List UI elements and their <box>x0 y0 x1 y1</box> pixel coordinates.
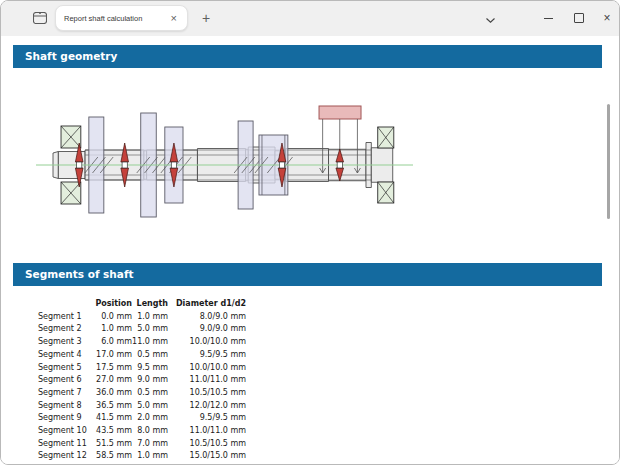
table-cell: 27.0 mm <box>94 374 132 387</box>
table-cell: 11.0/11.0 mm <box>168 374 246 387</box>
table-cell: 17.5 mm <box>94 362 132 375</box>
tab-overview-icon <box>33 10 47 28</box>
column-header-position: Position <box>94 298 132 311</box>
table-cell: 58.5 mm <box>94 450 132 463</box>
tab-overview-button[interactable] <box>29 9 51 28</box>
table-cell: 10.5/10.5 mm <box>168 387 246 400</box>
table-cell: 9.0/9.0 mm <box>168 323 246 336</box>
table-cell: 36.5 mm <box>94 400 132 413</box>
table-cell: Segment 12 <box>38 450 94 463</box>
table-cell: 11.0/11.0 mm <box>168 425 246 438</box>
table-cell: Segment 1 <box>38 311 94 324</box>
table-cell: 0.5 mm <box>132 349 168 362</box>
table-cell: 9.5/9.5 mm <box>168 412 246 425</box>
table-cell: 1.0 mm <box>132 311 168 324</box>
table-cell: 7.0 mm <box>132 438 168 451</box>
titlebar: Report shaft calculation × + × <box>1 1 619 36</box>
table-cell: 9.5/9.5 mm <box>168 349 246 362</box>
table-cell: 10.0/10.0 mm <box>168 362 246 375</box>
table-cell: 41.5 mm <box>94 412 132 425</box>
close-icon: × <box>603 12 610 24</box>
table-cell: 6.0 mm <box>94 336 132 349</box>
maximize-icon <box>574 13 584 23</box>
window-menu-button[interactable] <box>478 7 502 29</box>
table-cell: 12.0/12.0 mm <box>168 400 246 413</box>
table-cell: Segment 6 <box>38 374 94 387</box>
table-cell: 8.0 mm <box>132 425 168 438</box>
table-cell: 51.5 mm <box>94 438 132 451</box>
table-cell: 8.0/9.0 mm <box>168 311 246 324</box>
table-cell: 11.0 mm <box>132 336 168 349</box>
minimize-button[interactable] <box>536 7 560 29</box>
vertical-scrollbar-thumb[interactable] <box>607 104 610 219</box>
section-header-shaft-geometry: Shaft geometry <box>13 45 602 68</box>
section-header-segments-of-shaft: Segments of shaft <box>13 263 602 286</box>
maximize-button[interactable] <box>567 7 591 29</box>
table-cell: Segment 4 <box>38 349 94 362</box>
table-cell: 1.0 mm <box>94 323 132 336</box>
table-cell: 36.0 mm <box>94 387 132 400</box>
table-cell: 2.0 mm <box>132 412 168 425</box>
app-window: Report shaft calculation × + × Shaft geo… <box>0 0 620 465</box>
tab-close-icon[interactable]: × <box>169 12 179 25</box>
new-tab-button[interactable]: + <box>197 9 215 27</box>
segments-table: Position Length Diameter d1/d2 Segment 1… <box>38 298 246 465</box>
table-cell: 17.0 mm <box>94 349 132 362</box>
report-content: Shaft geometry Segments of shaft Positio… <box>1 36 619 464</box>
table-cell: Segment 7 <box>38 387 94 400</box>
column-header-diameter: Diameter d1/d2 <box>168 298 246 311</box>
table-cell: 10.0/10.0 mm <box>168 336 246 349</box>
table-cell: 43.5 mm <box>94 425 132 438</box>
table-cell: 5.0 mm <box>132 323 168 336</box>
table-cell: Segment 3 <box>38 336 94 349</box>
minimize-icon <box>544 18 553 19</box>
table-cell: 0.0 mm <box>94 311 132 324</box>
table-cell: 9.0 mm <box>132 374 168 387</box>
table-cell: 15.0/15.0 mm <box>168 450 246 463</box>
column-header-length: Length <box>132 298 168 311</box>
close-button[interactable]: × <box>595 7 619 29</box>
table-cell: Segment 2 <box>38 323 94 336</box>
table-cell: Segment 5 <box>38 362 94 375</box>
table-cell: Segment 9 <box>38 412 94 425</box>
table-cell: Segment 10 <box>38 425 94 438</box>
chevron-down-icon <box>486 9 495 27</box>
tab-report-shaft-calculation[interactable]: Report shaft calculation × <box>55 5 188 31</box>
table-cell: 5.0 mm <box>132 400 168 413</box>
table-cell: 1.0 mm <box>132 450 168 463</box>
column-header-empty <box>38 298 94 311</box>
table-cell: Segment 11 <box>38 438 94 451</box>
table-cell: 0.5 mm <box>132 387 168 400</box>
shaft-drawing <box>11 77 607 249</box>
table-cell: 10.5/10.5 mm <box>168 438 246 451</box>
tab-title: Report shaft calculation <box>64 14 169 23</box>
table-cell: Segment 8 <box>38 400 94 413</box>
table-cell: 9.5 mm <box>132 362 168 375</box>
